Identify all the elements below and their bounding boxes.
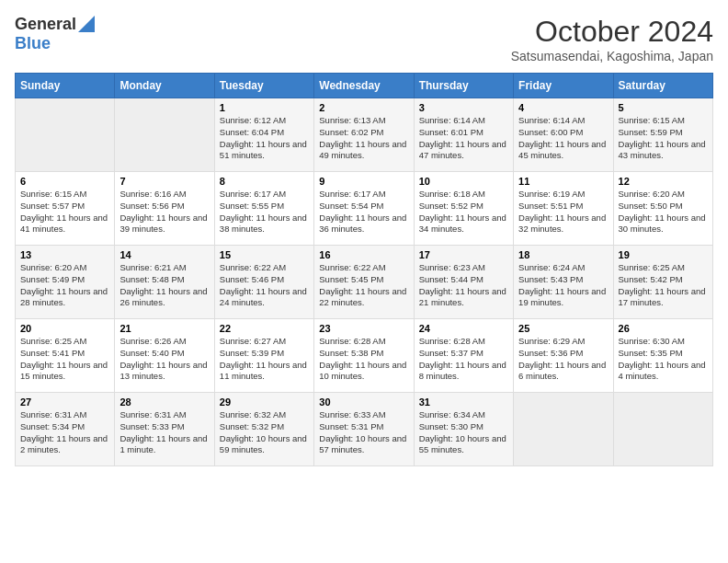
page-header: General Blue October 2024 Satsumasendai,… xyxy=(15,15,713,63)
day-number: 2 xyxy=(319,102,408,113)
calendar-cell xyxy=(16,98,115,172)
calendar-cell: 10Sunrise: 6:18 AM Sunset: 5:52 PM Dayli… xyxy=(414,172,513,246)
calendar-cell: 22Sunrise: 6:27 AM Sunset: 5:39 PM Dayli… xyxy=(214,319,313,393)
calendar-header: SundayMondayTuesdayWednesdayThursdayFrid… xyxy=(16,74,713,98)
calendar-cell: 11Sunrise: 6:19 AM Sunset: 5:51 PM Dayli… xyxy=(514,172,613,246)
day-number: 10 xyxy=(419,176,508,187)
day-number: 11 xyxy=(518,176,608,187)
calendar-cell: 3Sunrise: 6:14 AM Sunset: 6:01 PM Daylig… xyxy=(414,98,513,172)
day-number: 13 xyxy=(20,249,109,260)
day-info: Sunrise: 6:16 AM Sunset: 5:56 PM Dayligh… xyxy=(119,189,207,234)
day-info: Sunrise: 6:18 AM Sunset: 5:52 PM Dayligh… xyxy=(419,189,506,234)
calendar-cell xyxy=(613,393,712,466)
day-info: Sunrise: 6:14 AM Sunset: 6:00 PM Dayligh… xyxy=(518,115,606,160)
calendar-week-2: 6Sunrise: 6:15 AM Sunset: 5:57 PM Daylig… xyxy=(16,172,713,246)
day-number: 29 xyxy=(220,396,309,408)
day-info: Sunrise: 6:32 AM Sunset: 5:32 PM Dayligh… xyxy=(220,409,307,454)
day-number: 16 xyxy=(319,249,408,260)
day-info: Sunrise: 6:13 AM Sunset: 6:02 PM Dayligh… xyxy=(319,115,406,160)
calendar-cell: 31Sunrise: 6:34 AM Sunset: 5:30 PM Dayli… xyxy=(414,393,513,466)
day-number: 17 xyxy=(419,249,508,260)
day-info: Sunrise: 6:31 AM Sunset: 5:34 PM Dayligh… xyxy=(20,409,108,454)
day-number: 28 xyxy=(119,396,209,408)
logo-general-text: General xyxy=(15,15,76,34)
day-number: 23 xyxy=(319,323,408,334)
calendar-cell: 27Sunrise: 6:31 AM Sunset: 5:34 PM Dayli… xyxy=(16,393,115,466)
day-info: Sunrise: 6:28 AM Sunset: 5:38 PM Dayligh… xyxy=(319,336,406,381)
header-cell-thursday: Thursday xyxy=(414,74,513,98)
day-number: 20 xyxy=(20,323,109,334)
day-info: Sunrise: 6:33 AM Sunset: 5:31 PM Dayligh… xyxy=(319,409,406,454)
day-info: Sunrise: 6:20 AM Sunset: 5:50 PM Dayligh… xyxy=(619,189,706,234)
day-number: 8 xyxy=(220,176,309,187)
day-info: Sunrise: 6:17 AM Sunset: 5:55 PM Dayligh… xyxy=(220,189,307,234)
calendar-cell: 1Sunrise: 6:12 AM Sunset: 6:04 PM Daylig… xyxy=(214,98,313,172)
calendar-cell: 7Sunrise: 6:16 AM Sunset: 5:56 PM Daylig… xyxy=(115,172,214,246)
day-number: 27 xyxy=(20,396,109,408)
calendar-cell: 9Sunrise: 6:17 AM Sunset: 5:54 PM Daylig… xyxy=(314,172,414,246)
calendar-cell: 26Sunrise: 6:30 AM Sunset: 5:35 PM Dayli… xyxy=(613,319,712,393)
day-info: Sunrise: 6:12 AM Sunset: 6:04 PM Dayligh… xyxy=(220,115,307,160)
day-info: Sunrise: 6:15 AM Sunset: 5:57 PM Dayligh… xyxy=(20,189,108,234)
day-number: 14 xyxy=(119,249,209,260)
day-number: 1 xyxy=(220,102,309,113)
day-number: 3 xyxy=(419,102,508,113)
day-info: Sunrise: 6:20 AM Sunset: 5:49 PM Dayligh… xyxy=(20,262,108,307)
location: Satsumasendai, Kagoshima, Japan xyxy=(511,49,713,63)
calendar-week-3: 13Sunrise: 6:20 AM Sunset: 5:49 PM Dayli… xyxy=(16,246,713,319)
day-info: Sunrise: 6:22 AM Sunset: 5:46 PM Dayligh… xyxy=(220,262,307,307)
calendar-week-5: 27Sunrise: 6:31 AM Sunset: 5:34 PM Dayli… xyxy=(16,393,713,466)
day-number: 12 xyxy=(619,176,708,187)
day-number: 30 xyxy=(319,396,408,408)
calendar-cell: 4Sunrise: 6:14 AM Sunset: 6:00 PM Daylig… xyxy=(514,98,613,172)
header-cell-monday: Monday xyxy=(115,74,214,98)
day-info: Sunrise: 6:27 AM Sunset: 5:39 PM Dayligh… xyxy=(220,336,307,381)
day-number: 6 xyxy=(20,176,109,187)
header-cell-tuesday: Tuesday xyxy=(214,74,313,98)
day-number: 18 xyxy=(518,249,608,260)
logo-icon xyxy=(78,16,95,32)
day-info: Sunrise: 6:15 AM Sunset: 5:59 PM Dayligh… xyxy=(619,115,706,160)
calendar-cell: 2Sunrise: 6:13 AM Sunset: 6:02 PM Daylig… xyxy=(314,98,414,172)
logo: General Blue xyxy=(15,15,95,53)
month-title: October 2024 xyxy=(511,15,713,49)
day-info: Sunrise: 6:14 AM Sunset: 6:01 PM Dayligh… xyxy=(419,115,506,160)
day-info: Sunrise: 6:19 AM Sunset: 5:51 PM Dayligh… xyxy=(518,189,606,234)
calendar-cell: 19Sunrise: 6:25 AM Sunset: 5:42 PM Dayli… xyxy=(613,246,712,319)
calendar-week-1: 1Sunrise: 6:12 AM Sunset: 6:04 PM Daylig… xyxy=(16,98,713,172)
calendar-cell: 17Sunrise: 6:23 AM Sunset: 5:44 PM Dayli… xyxy=(414,246,513,319)
calendar-cell: 12Sunrise: 6:20 AM Sunset: 5:50 PM Dayli… xyxy=(613,172,712,246)
day-number: 7 xyxy=(119,176,209,187)
day-info: Sunrise: 6:23 AM Sunset: 5:44 PM Dayligh… xyxy=(419,262,506,307)
day-number: 24 xyxy=(419,323,508,334)
calendar-cell: 6Sunrise: 6:15 AM Sunset: 5:57 PM Daylig… xyxy=(16,172,115,246)
day-number: 31 xyxy=(419,396,508,408)
day-number: 21 xyxy=(119,323,209,334)
calendar-cell xyxy=(115,98,214,172)
header-cell-wednesday: Wednesday xyxy=(314,74,414,98)
calendar-cell: 30Sunrise: 6:33 AM Sunset: 5:31 PM Dayli… xyxy=(314,393,414,466)
day-info: Sunrise: 6:22 AM Sunset: 5:45 PM Dayligh… xyxy=(319,262,406,307)
calendar-cell: 8Sunrise: 6:17 AM Sunset: 5:55 PM Daylig… xyxy=(214,172,313,246)
calendar-cell: 21Sunrise: 6:26 AM Sunset: 5:40 PM Dayli… xyxy=(115,319,214,393)
logo-blue-text: Blue xyxy=(15,34,51,53)
day-number: 9 xyxy=(319,176,408,187)
day-info: Sunrise: 6:31 AM Sunset: 5:33 PM Dayligh… xyxy=(119,409,207,454)
day-info: Sunrise: 6:34 AM Sunset: 5:30 PM Dayligh… xyxy=(419,409,506,454)
header-cell-sunday: Sunday xyxy=(16,74,115,98)
calendar-week-4: 20Sunrise: 6:25 AM Sunset: 5:41 PM Dayli… xyxy=(16,319,713,393)
day-info: Sunrise: 6:26 AM Sunset: 5:40 PM Dayligh… xyxy=(119,336,207,381)
calendar-cell: 16Sunrise: 6:22 AM Sunset: 5:45 PM Dayli… xyxy=(314,246,414,319)
header-cell-friday: Friday xyxy=(514,74,613,98)
calendar-cell: 24Sunrise: 6:28 AM Sunset: 5:37 PM Dayli… xyxy=(414,319,513,393)
day-info: Sunrise: 6:28 AM Sunset: 5:37 PM Dayligh… xyxy=(419,336,506,381)
calendar-cell: 29Sunrise: 6:32 AM Sunset: 5:32 PM Dayli… xyxy=(214,393,313,466)
calendar-cell: 20Sunrise: 6:25 AM Sunset: 5:41 PM Dayli… xyxy=(16,319,115,393)
calendar-cell: 18Sunrise: 6:24 AM Sunset: 5:43 PM Dayli… xyxy=(514,246,613,319)
calendar-body: 1Sunrise: 6:12 AM Sunset: 6:04 PM Daylig… xyxy=(16,98,713,466)
day-number: 4 xyxy=(518,102,608,113)
calendar-cell: 14Sunrise: 6:21 AM Sunset: 5:48 PM Dayli… xyxy=(115,246,214,319)
header-row: SundayMondayTuesdayWednesdayThursdayFrid… xyxy=(16,74,713,98)
day-info: Sunrise: 6:21 AM Sunset: 5:48 PM Dayligh… xyxy=(119,262,207,307)
day-info: Sunrise: 6:29 AM Sunset: 5:36 PM Dayligh… xyxy=(518,336,606,381)
